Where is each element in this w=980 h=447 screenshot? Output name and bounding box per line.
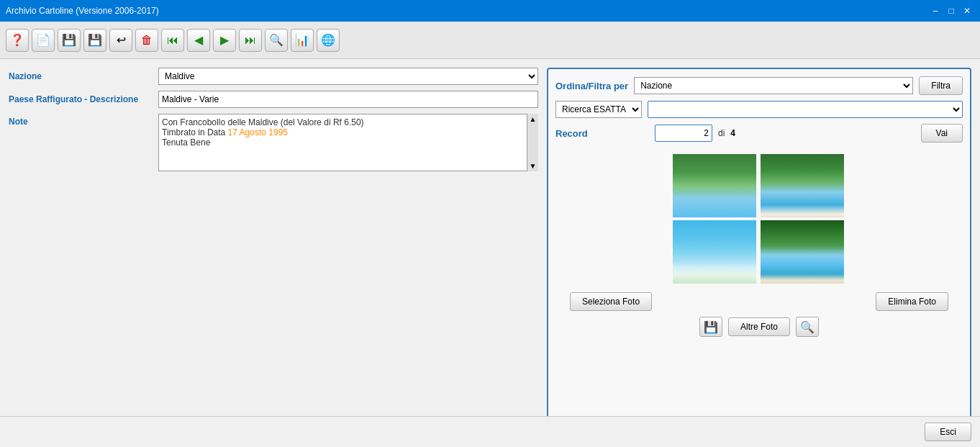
window-controls: – □ ✕ [928, 4, 974, 18]
filter-value-select[interactable] [648, 101, 963, 118]
nazione-row: Nazione Maldive [9, 68, 538, 85]
photo-4[interactable] [761, 220, 844, 284]
save-button[interactable]: 💾 [58, 29, 81, 52]
ricerca-row: Ricerca ESATTA Ricerca PARZIALE [555, 101, 963, 118]
right-panel: Ordina/Filtra per Nazione Paese Data Fil… [547, 68, 971, 438]
ordina-filtra-row: Ordina/Filtra per Nazione Paese Data Fil… [555, 76, 963, 95]
di-label: di [718, 128, 725, 138]
altre-foto-button[interactable]: Altre Foto [728, 317, 790, 336]
maximize-button[interactable]: □ [944, 4, 958, 18]
save2-button[interactable]: 💾 [83, 29, 106, 52]
note-area[interactable]: Con Francobollo delle Maldive (del Valor… [158, 114, 538, 171]
magnify-button[interactable]: 🔍 [796, 317, 819, 337]
ricerca-select[interactable]: Ricerca ESATTA Ricerca PARZIALE [555, 101, 642, 118]
record-label: Record [555, 128, 649, 139]
toolbar: ❓ 📄 💾 💾 ↩ 🗑 ⏮ ◀ ▶ ⏭ 🔍 📊 🌐 [0, 22, 980, 59]
vai-button[interactable]: Vai [921, 124, 963, 143]
main-content: Nazione Maldive Paese Raffigurato - Desc… [0, 59, 980, 447]
nazione-select[interactable]: Maldive [158, 68, 538, 85]
photo-buttons-row: Seleziona Foto Elimina Foto [555, 292, 963, 311]
photo-3[interactable] [673, 220, 756, 284]
photos-grid [673, 154, 845, 284]
left-panel: Nazione Maldive Paese Raffigurato - Desc… [9, 68, 538, 438]
photo-1[interactable] [673, 154, 756, 217]
paese-input[interactable] [158, 91, 538, 108]
record-row: Record di 4 Vai [555, 124, 963, 143]
ordina-filtra-label: Ordina/Filtra per [555, 81, 628, 91]
nav-first-button[interactable]: ⏮ [161, 29, 184, 52]
esci-button[interactable]: Esci [925, 423, 971, 441]
paese-row: Paese Raffigurato - Descrizione [9, 91, 538, 108]
close-button[interactable]: ✕ [960, 4, 974, 18]
elimina-foto-button[interactable]: Elimina Foto [876, 292, 948, 311]
nazione-label: Nazione [9, 71, 153, 81]
total-value: 4 [730, 128, 735, 138]
nav-prev-button[interactable]: ◀ [187, 29, 210, 52]
ordina-select[interactable]: Nazione Paese Data [634, 77, 913, 94]
seleziona-foto-button[interactable]: Seleziona Foto [570, 292, 652, 311]
nav-next-button[interactable]: ▶ [213, 29, 236, 52]
undo-button[interactable]: ↩ [109, 29, 132, 52]
note-row: Note Con Francobollo delle Maldive (del … [9, 114, 538, 171]
help-button[interactable]: ❓ [6, 29, 29, 52]
export-button[interactable]: 📊 [291, 29, 314, 52]
disk-button[interactable]: 💾 [699, 317, 722, 337]
title-bar-text: Archivio Cartoline (Versione 2006-2017) [6, 6, 159, 16]
search-button[interactable]: 🔍 [265, 29, 288, 52]
note-label: Note [9, 114, 153, 127]
record-input[interactable] [655, 125, 712, 142]
note-line-2: Timbrato in Data 17 Agosto 1995 [162, 127, 535, 137]
new-button[interactable]: 📄 [32, 29, 55, 52]
minimize-button[interactable]: – [928, 4, 943, 18]
note-line-1: Con Francobollo delle Maldive (del Valor… [162, 117, 535, 127]
paese-label: Paese Raffigurato - Descrizione [9, 94, 153, 104]
note-line-3: Tenuta Bene [162, 137, 535, 148]
web-button[interactable]: 🌐 [317, 29, 340, 52]
bottom-bar: Esci [0, 416, 980, 447]
filtra-button[interactable]: Filtra [919, 76, 963, 95]
photo-2[interactable] [761, 154, 844, 217]
title-bar: Archivio Cartoline (Versione 2006-2017) … [0, 0, 980, 22]
nav-last-button[interactable]: ⏭ [239, 29, 262, 52]
delete-button[interactable]: 🗑 [135, 29, 158, 52]
altre-foto-row: 💾 Altre Foto 🔍 [555, 317, 963, 337]
